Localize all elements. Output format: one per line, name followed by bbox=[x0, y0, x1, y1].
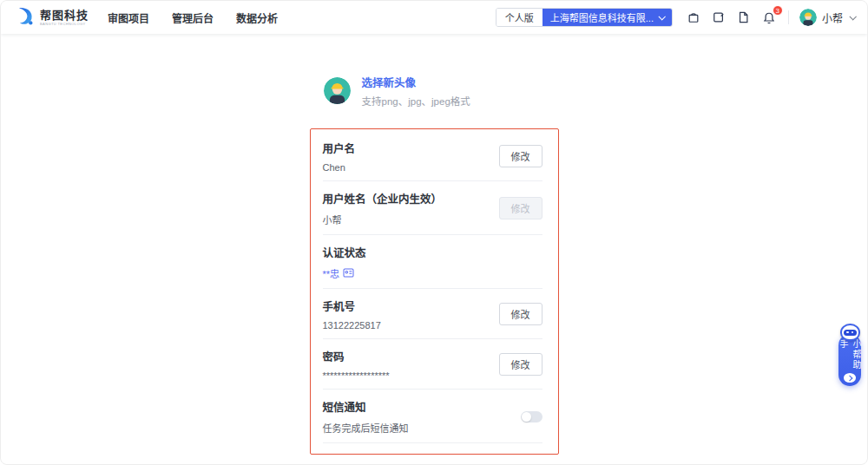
user-name: 小帮 bbox=[822, 10, 843, 25]
brand-tagline: BANGTU TECHNOLOGY bbox=[40, 23, 89, 26]
field-row-username: 用户名 Chen 修改 bbox=[323, 131, 542, 181]
field-row-phone: 手机号 13122225817 修改 bbox=[323, 289, 542, 339]
profile-settings-page: 选择新头像 支持png、jpg、jpeg格式 用户名 Chen 修改 用户姓名（ bbox=[1, 74, 867, 455]
document-icon[interactable] bbox=[737, 10, 751, 24]
top-navbar: 帮图科技 BANGTU TECHNOLOGY 审图项目 管理后台 数据分析 个人… bbox=[1, 1, 867, 34]
user-avatar bbox=[799, 9, 817, 26]
realname-label: 用户姓名（企业内生效） bbox=[323, 190, 443, 206]
sms-label: 短信通知 bbox=[323, 398, 409, 415]
brand-name: 帮图科技 bbox=[40, 10, 89, 21]
password-label: 密码 bbox=[323, 348, 390, 364]
user-menu[interactable]: 小帮 bbox=[799, 9, 855, 26]
header-icons: 3 bbox=[687, 10, 776, 24]
profile-form-card: 用户名 Chen 修改 用户姓名（企业内生效） 小帮 修改 认证 bbox=[310, 128, 559, 455]
notification-badge: 3 bbox=[773, 5, 783, 16]
choose-new-avatar-link[interactable]: 选择新头像 bbox=[362, 74, 470, 90]
field-row-auth-status: 认证状态 **忠 bbox=[323, 235, 542, 289]
password-value-masked: ****************** bbox=[323, 370, 390, 381]
brand-logo[interactable]: 帮图科技 BANGTU TECHNOLOGY bbox=[15, 6, 89, 29]
robot-head-icon bbox=[840, 324, 860, 341]
chevron-down-icon bbox=[849, 13, 856, 20]
edit-realname-button-disabled: 修改 bbox=[499, 197, 542, 219]
assistant-pill[interactable]: 小帮助手 bbox=[838, 334, 861, 386]
profile-avatar bbox=[324, 77, 351, 104]
edit-phone-button[interactable]: 修改 bbox=[499, 303, 542, 325]
nav-item-admin-backend[interactable]: 管理后台 bbox=[172, 10, 214, 25]
field-row-realname: 用户姓名（企业内生效） 小帮 修改 bbox=[323, 181, 542, 235]
auth-status-value: **忠 bbox=[323, 266, 340, 280]
id-card-icon bbox=[343, 268, 354, 279]
bird-logo-icon bbox=[15, 6, 35, 29]
auth-status-label: 认证状态 bbox=[323, 244, 366, 260]
chevron-down-icon bbox=[658, 13, 665, 20]
username-value: Chen bbox=[323, 162, 356, 173]
toggle-knob bbox=[522, 412, 531, 422]
edit-password-button[interactable]: 修改 bbox=[499, 353, 542, 376]
assistant-label: 小帮助手 bbox=[837, 339, 863, 370]
plan-enterprise-label: 上海帮图信息科技有限... bbox=[550, 10, 654, 24]
assistant-widget[interactable]: 小帮助手 bbox=[838, 324, 862, 386]
chevron-right-icon bbox=[846, 376, 852, 381]
field-row-password: 密码 ****************** 修改 bbox=[323, 339, 542, 390]
nav-item-review-projects[interactable]: 审图项目 bbox=[108, 10, 149, 25]
main-nav: 审图项目 管理后台 数据分析 bbox=[108, 10, 278, 25]
username-label: 用户名 bbox=[323, 140, 356, 156]
plan-enterprise-dropdown[interactable]: 上海帮图信息科技有限... bbox=[542, 9, 672, 26]
phone-label: 手机号 bbox=[323, 298, 381, 314]
app-window: 帮图科技 BANGTU TECHNOLOGY 审图项目 管理后台 数据分析 个人… bbox=[0, 0, 868, 465]
phone-value: 13122225817 bbox=[323, 320, 381, 331]
gift-icon[interactable] bbox=[687, 10, 700, 24]
realname-value: 小帮 bbox=[323, 213, 443, 226]
plan-switch: 个人版 上海帮图信息科技有限... bbox=[496, 8, 673, 27]
edit-username-button[interactable]: 修改 bbox=[499, 145, 542, 167]
assistant-expand-button[interactable] bbox=[844, 373, 856, 383]
header-divider bbox=[788, 10, 789, 24]
feedback-edit-icon[interactable] bbox=[712, 10, 726, 24]
sms-toggle-off[interactable] bbox=[521, 411, 542, 422]
sms-description: 任务完成后短信通知 bbox=[323, 421, 409, 435]
nav-item-data-analysis[interactable]: 数据分析 bbox=[236, 10, 278, 25]
plan-personal-tab[interactable]: 个人版 bbox=[496, 9, 542, 26]
bell-icon[interactable]: 3 bbox=[762, 10, 776, 24]
header-right: 个人版 上海帮图信息科技有限... bbox=[496, 8, 855, 27]
avatar-section: 选择新头像 支持png、jpg、jpeg格式 bbox=[324, 74, 559, 108]
avatar-format-hint: 支持png、jpg、jpeg格式 bbox=[362, 94, 470, 108]
field-row-sms-notification: 短信通知 任务完成后短信通知 bbox=[323, 390, 542, 443]
